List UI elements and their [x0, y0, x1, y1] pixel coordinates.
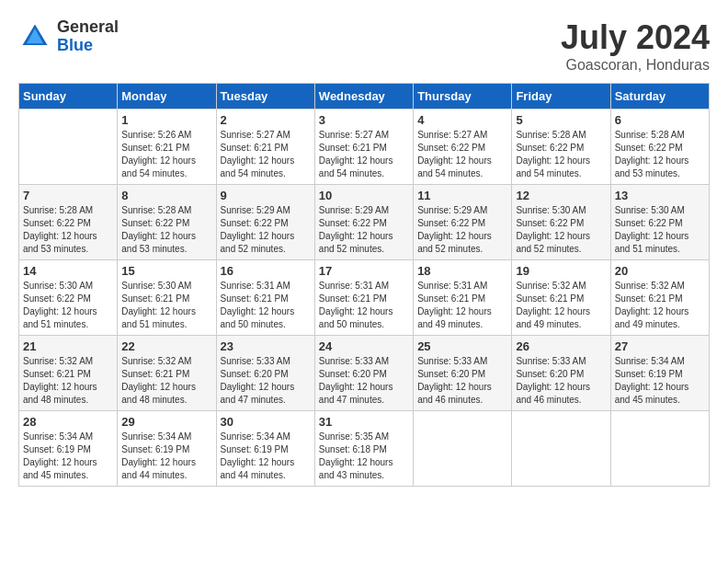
day-number: 11	[417, 189, 507, 202]
table-row	[414, 411, 512, 487]
day-number: 19	[516, 264, 606, 278]
table-row: 21 Sunrise: 5:32 AMSunset: 6:21 PMDaylig…	[19, 336, 118, 411]
day-number: 14	[23, 264, 113, 278]
day-number: 29	[121, 415, 211, 429]
table-row: 16 Sunrise: 5:31 AMSunset: 6:21 PMDaylig…	[216, 260, 314, 336]
table-row	[19, 109, 118, 185]
day-number: 1	[121, 113, 211, 127]
table-row: 28 Sunrise: 5:34 AMSunset: 6:19 PMDaylig…	[19, 411, 118, 487]
day-number: 10	[319, 189, 409, 202]
day-number: 23	[221, 339, 311, 353]
calendar-table: Sunday Monday Tuesday Wednesday Thursday…	[18, 83, 710, 487]
table-row: 9 Sunrise: 5:29 AMSunset: 6:22 PMDayligh…	[216, 185, 314, 260]
day-number: 5	[516, 113, 606, 127]
location-subtitle: Goascoran, Honduras	[561, 57, 710, 74]
table-row	[512, 411, 610, 487]
calendar-week-row: 28 Sunrise: 5:34 AMSunset: 6:19 PMDaylig…	[19, 411, 710, 487]
day-number: 13	[615, 189, 705, 202]
day-info: Sunrise: 5:30 AMSunset: 6:22 PMDaylight:…	[23, 280, 113, 331]
col-saturday: Saturday	[610, 84, 709, 109]
day-number: 22	[121, 339, 211, 353]
day-info: Sunrise: 5:28 AMSunset: 6:22 PMDaylight:…	[121, 204, 211, 256]
col-friday: Friday	[512, 84, 610, 109]
day-info: Sunrise: 5:32 AMSunset: 6:21 PMDaylight:…	[23, 355, 113, 407]
day-info: Sunrise: 5:31 AMSunset: 6:21 PMDaylight:…	[319, 280, 409, 331]
col-monday: Monday	[118, 84, 216, 109]
day-number: 16	[221, 264, 311, 278]
day-info: Sunrise: 5:28 AMSunset: 6:22 PMDaylight:…	[516, 129, 606, 180]
day-info: Sunrise: 5:30 AMSunset: 6:22 PMDaylight:…	[516, 204, 606, 256]
day-info: Sunrise: 5:32 AMSunset: 6:21 PMDaylight:…	[516, 280, 606, 331]
table-row: 19 Sunrise: 5:32 AMSunset: 6:21 PMDaylig…	[512, 260, 610, 336]
table-row: 2 Sunrise: 5:27 AMSunset: 6:21 PMDayligh…	[216, 109, 314, 185]
table-row	[610, 411, 709, 487]
day-number: 8	[121, 189, 211, 202]
col-sunday: Sunday	[19, 84, 118, 109]
calendar-week-row: 21 Sunrise: 5:32 AMSunset: 6:21 PMDaylig…	[19, 336, 710, 411]
day-number: 28	[23, 415, 113, 429]
day-number: 18	[417, 264, 507, 278]
table-row: 31 Sunrise: 5:35 AMSunset: 6:18 PMDaylig…	[314, 411, 413, 487]
month-year-title: July 2024	[561, 18, 710, 57]
logo-icon	[18, 20, 51, 53]
day-info: Sunrise: 5:32 AMSunset: 6:21 PMDaylight:…	[615, 280, 705, 331]
day-info: Sunrise: 5:30 AMSunset: 6:22 PMDaylight:…	[615, 204, 705, 256]
table-row: 30 Sunrise: 5:34 AMSunset: 6:19 PMDaylig…	[216, 411, 314, 487]
day-number: 27	[615, 339, 705, 353]
day-number: 9	[221, 189, 311, 202]
table-row: 18 Sunrise: 5:31 AMSunset: 6:21 PMDaylig…	[414, 260, 512, 336]
table-row: 20 Sunrise: 5:32 AMSunset: 6:21 PMDaylig…	[610, 260, 709, 336]
table-row: 12 Sunrise: 5:30 AMSunset: 6:22 PMDaylig…	[512, 185, 610, 260]
table-row: 7 Sunrise: 5:28 AMSunset: 6:22 PMDayligh…	[19, 185, 118, 260]
day-info: Sunrise: 5:31 AMSunset: 6:21 PMDaylight:…	[417, 280, 507, 331]
day-info: Sunrise: 5:29 AMSunset: 6:22 PMDaylight:…	[221, 204, 311, 256]
day-info: Sunrise: 5:29 AMSunset: 6:22 PMDaylight:…	[417, 204, 507, 256]
day-info: Sunrise: 5:34 AMSunset: 6:19 PMDaylight:…	[23, 431, 113, 482]
day-number: 7	[23, 189, 113, 202]
day-number: 20	[615, 264, 705, 278]
day-number: 6	[615, 113, 705, 127]
table-row: 13 Sunrise: 5:30 AMSunset: 6:22 PMDaylig…	[610, 185, 709, 260]
title-area: July 2024 Goascoran, Honduras	[561, 18, 710, 74]
table-row: 26 Sunrise: 5:33 AMSunset: 6:20 PMDaylig…	[512, 336, 610, 411]
day-number: 24	[319, 339, 409, 353]
table-row: 4 Sunrise: 5:27 AMSunset: 6:22 PMDayligh…	[414, 109, 512, 185]
day-info: Sunrise: 5:26 AMSunset: 6:21 PMDaylight:…	[121, 129, 211, 180]
day-info: Sunrise: 5:33 AMSunset: 6:20 PMDaylight:…	[319, 355, 409, 407]
day-info: Sunrise: 5:27 AMSunset: 6:21 PMDaylight:…	[319, 129, 409, 180]
col-tuesday: Tuesday	[216, 84, 314, 109]
table-row: 6 Sunrise: 5:28 AMSunset: 6:22 PMDayligh…	[610, 109, 709, 185]
day-info: Sunrise: 5:29 AMSunset: 6:22 PMDaylight:…	[319, 204, 409, 256]
calendar-week-row: 14 Sunrise: 5:30 AMSunset: 6:22 PMDaylig…	[19, 260, 710, 336]
day-number: 3	[319, 113, 409, 127]
table-row: 24 Sunrise: 5:33 AMSunset: 6:20 PMDaylig…	[314, 336, 413, 411]
col-thursday: Thursday	[414, 84, 512, 109]
logo: General Blue	[18, 18, 119, 55]
day-info: Sunrise: 5:28 AMSunset: 6:22 PMDaylight:…	[615, 129, 705, 180]
day-info: Sunrise: 5:27 AMSunset: 6:21 PMDaylight:…	[221, 129, 311, 180]
table-row: 5 Sunrise: 5:28 AMSunset: 6:22 PMDayligh…	[512, 109, 610, 185]
day-info: Sunrise: 5:28 AMSunset: 6:22 PMDaylight:…	[23, 204, 113, 256]
table-row: 3 Sunrise: 5:27 AMSunset: 6:21 PMDayligh…	[314, 109, 413, 185]
day-info: Sunrise: 5:32 AMSunset: 6:21 PMDaylight:…	[121, 355, 211, 407]
logo-general-text: General	[57, 17, 119, 36]
table-row: 17 Sunrise: 5:31 AMSunset: 6:21 PMDaylig…	[314, 260, 413, 336]
table-row: 14 Sunrise: 5:30 AMSunset: 6:22 PMDaylig…	[19, 260, 118, 336]
day-info: Sunrise: 5:27 AMSunset: 6:22 PMDaylight:…	[417, 129, 507, 180]
day-number: 31	[319, 415, 409, 429]
day-info: Sunrise: 5:34 AMSunset: 6:19 PMDaylight:…	[615, 355, 705, 407]
calendar-header-row: Sunday Monday Tuesday Wednesday Thursday…	[19, 84, 710, 109]
header: General Blue July 2024 Goascoran, Hondur…	[18, 18, 710, 74]
day-info: Sunrise: 5:33 AMSunset: 6:20 PMDaylight:…	[221, 355, 311, 407]
table-row: 22 Sunrise: 5:32 AMSunset: 6:21 PMDaylig…	[118, 336, 216, 411]
table-row: 23 Sunrise: 5:33 AMSunset: 6:20 PMDaylig…	[216, 336, 314, 411]
day-number: 21	[23, 339, 113, 353]
table-row: 8 Sunrise: 5:28 AMSunset: 6:22 PMDayligh…	[118, 185, 216, 260]
day-info: Sunrise: 5:34 AMSunset: 6:19 PMDaylight:…	[221, 431, 311, 482]
calendar-week-row: 7 Sunrise: 5:28 AMSunset: 6:22 PMDayligh…	[19, 185, 710, 260]
day-number: 4	[417, 113, 507, 127]
day-number: 12	[516, 189, 606, 202]
day-number: 17	[319, 264, 409, 278]
day-info: Sunrise: 5:30 AMSunset: 6:21 PMDaylight:…	[121, 280, 211, 331]
col-wednesday: Wednesday	[314, 84, 413, 109]
